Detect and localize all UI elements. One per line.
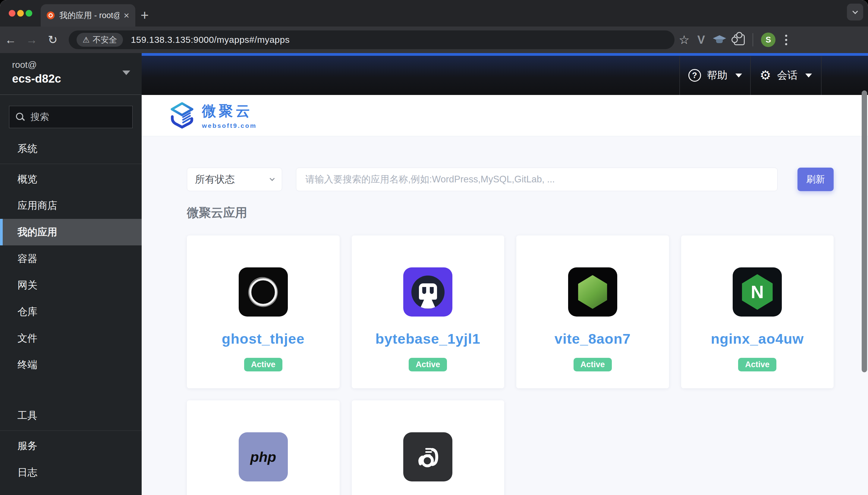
bookmark-star-icon[interactable]: ☆ bbox=[679, 33, 690, 47]
refresh-button[interactable]: 刷新 bbox=[797, 168, 834, 191]
help-menu-button[interactable]: ? 帮助 bbox=[679, 56, 750, 95]
sidebar-item-2[interactable]: 应用商店 bbox=[0, 192, 142, 219]
sidebar-item-label: 我的应用 bbox=[17, 225, 57, 239]
extensions-puzzle-icon[interactable] bbox=[734, 34, 745, 45]
app-card[interactable]: codeserver_c67ob bbox=[352, 400, 505, 495]
warning-icon: ⚠ bbox=[83, 35, 89, 45]
nav-divider bbox=[0, 430, 142, 431]
page-scrollbar-thumb[interactable] bbox=[862, 90, 867, 372]
nginx-logo-icon: N bbox=[733, 268, 782, 317]
address-bar[interactable]: ⚠ 不安全 159.138.3.135:9000/myapps#/myapps bbox=[69, 31, 675, 49]
site-security-chip[interactable]: ⚠ 不安全 bbox=[76, 33, 123, 47]
app-card[interactable]: bytebase_1yjl1Active bbox=[352, 236, 505, 388]
sidebar-item-5[interactable]: 网关 bbox=[0, 272, 142, 298]
macos-close-button[interactable] bbox=[9, 10, 15, 17]
status-badge: Active bbox=[574, 358, 612, 371]
app-name-link[interactable]: ghost_thjee bbox=[222, 330, 305, 347]
php-logo-icon: php bbox=[239, 432, 288, 481]
sidebar-nav: 系统概览应用商店我的应用容器网关仓库文件终端工具服务日志 bbox=[0, 135, 142, 495]
app-card[interactable]: ghost_thjeeActive bbox=[187, 236, 340, 388]
nav-gap bbox=[0, 378, 142, 402]
chevron-down-icon bbox=[270, 176, 275, 181]
sidebar: root@ ecs-d82c 系统概览应用商店我的应用容器网关仓库文件终端工具服… bbox=[0, 53, 142, 495]
masthead: ? 帮助 ⚙ 会话 bbox=[142, 53, 868, 95]
caret-down-icon bbox=[735, 73, 742, 78]
help-label: 帮助 bbox=[707, 68, 728, 82]
masthead-spacer bbox=[821, 56, 868, 95]
sidebar-item-11[interactable]: 日志 bbox=[0, 459, 142, 486]
browser-tab[interactable]: 我的应用 - root@ecs-d82c × bbox=[41, 4, 135, 27]
app-card[interactable]: phpphp_p7uzt bbox=[187, 400, 340, 495]
sidebar-item-label: 终端 bbox=[17, 358, 37, 372]
back-button[interactable]: ← bbox=[0, 33, 21, 47]
status-badge: Active bbox=[409, 358, 447, 371]
status-badge: Active bbox=[738, 358, 776, 371]
sidebar-item-label: 仓库 bbox=[17, 305, 37, 319]
sidebar-item-0[interactable]: 系统 bbox=[0, 135, 142, 162]
node-hexagon-shape bbox=[577, 275, 608, 309]
host-name: ecs-d82c bbox=[12, 72, 129, 85]
new-tab-button[interactable]: + bbox=[136, 7, 153, 23]
sidebar-item-10[interactable]: 服务 bbox=[0, 432, 142, 459]
bytebase-robot-shape bbox=[411, 275, 445, 309]
app-name-link[interactable]: bytebase_1yjl1 bbox=[376, 330, 481, 347]
nginx-hexagon-shape: N bbox=[742, 274, 774, 310]
nav-divider bbox=[0, 164, 142, 164]
gear-icon: ⚙ bbox=[760, 69, 771, 82]
sidebar-item-9[interactable]: 工具 bbox=[0, 402, 142, 429]
sidebar-item-label: 容器 bbox=[17, 252, 37, 266]
sidebar-item-label: 工具 bbox=[17, 409, 37, 422]
session-menu-button[interactable]: ⚙ 会话 bbox=[750, 56, 821, 95]
host-switcher[interactable]: root@ ecs-d82c bbox=[0, 53, 142, 95]
tab-search-button[interactable] bbox=[847, 4, 863, 20]
app-card[interactable]: Nnginx_ao4uwActive bbox=[681, 236, 834, 388]
graduation-cap-extension-icon[interactable] bbox=[713, 35, 726, 44]
sidebar-item-label: 日志 bbox=[17, 466, 37, 479]
sidebar-item-6[interactable]: 仓库 bbox=[0, 298, 142, 325]
security-label: 不安全 bbox=[92, 34, 117, 45]
app-name-link[interactable]: nginx_ao4uw bbox=[711, 330, 804, 347]
php-logo-text: php bbox=[250, 448, 276, 465]
sidebar-item-label: 文件 bbox=[17, 331, 37, 345]
sidebar-item-label: 网关 bbox=[17, 278, 37, 292]
host-user: root@ bbox=[12, 60, 129, 70]
session-label: 会话 bbox=[777, 68, 797, 82]
app-search-input[interactable] bbox=[296, 168, 778, 191]
profile-avatar[interactable]: S bbox=[761, 33, 776, 47]
brand-text: 微聚云 websoft9.com bbox=[202, 102, 257, 129]
search-icon bbox=[16, 113, 24, 121]
browser-tab-strip: 我的应用 - root@ecs-d82c × + bbox=[0, 0, 868, 27]
vue-devtools-extension-icon[interactable]: V bbox=[697, 33, 705, 47]
sidebar-item-1[interactable]: 概览 bbox=[0, 166, 142, 192]
sidebar-item-7[interactable]: 文件 bbox=[0, 325, 142, 352]
brand-header: 微聚云 websoft9.com bbox=[142, 95, 868, 136]
sidebar-item-8[interactable]: 终端 bbox=[0, 352, 142, 378]
chevron-down-icon bbox=[852, 8, 858, 14]
sidebar-item-3[interactable]: 我的应用 bbox=[0, 219, 142, 245]
status-badge: Active bbox=[244, 358, 282, 371]
sidebar-item-4[interactable]: 容器 bbox=[0, 245, 142, 272]
app-card[interactable]: vite_8aon7Active bbox=[516, 236, 669, 388]
toolbar-right-icons: ☆ V S bbox=[679, 33, 789, 47]
help-question-icon: ? bbox=[688, 69, 701, 82]
forward-button[interactable]: → bbox=[21, 33, 42, 47]
ubuntu-favicon-icon bbox=[47, 12, 55, 19]
status-filter-value: 所有状态 bbox=[195, 173, 235, 186]
sidebar-search-box[interactable] bbox=[9, 106, 133, 128]
macos-minimize-button[interactable] bbox=[17, 10, 24, 17]
browser-menu-icon[interactable] bbox=[783, 35, 789, 45]
sidebar-item-label: 系统 bbox=[17, 142, 37, 156]
app-grid: ghost_thjeeActivebytebase_1yjl1Activevit… bbox=[187, 236, 834, 495]
status-filter-select[interactable]: 所有状态 bbox=[187, 168, 282, 191]
bytebase-logo-icon bbox=[403, 268, 452, 317]
tab-close-icon[interactable]: × bbox=[124, 11, 129, 20]
toolbar-divider bbox=[752, 33, 753, 47]
caret-down-icon bbox=[122, 70, 130, 75]
reload-button[interactable]: ↻ bbox=[42, 33, 63, 47]
macos-zoom-button[interactable] bbox=[25, 10, 32, 17]
sidebar-search-input[interactable] bbox=[31, 112, 126, 122]
sidebar-item-label: 应用商店 bbox=[17, 199, 57, 212]
sidebar-item-label: 服务 bbox=[17, 439, 37, 453]
app-name-link[interactable]: vite_8aon7 bbox=[555, 330, 631, 347]
websoft9-logo-icon bbox=[169, 102, 195, 129]
